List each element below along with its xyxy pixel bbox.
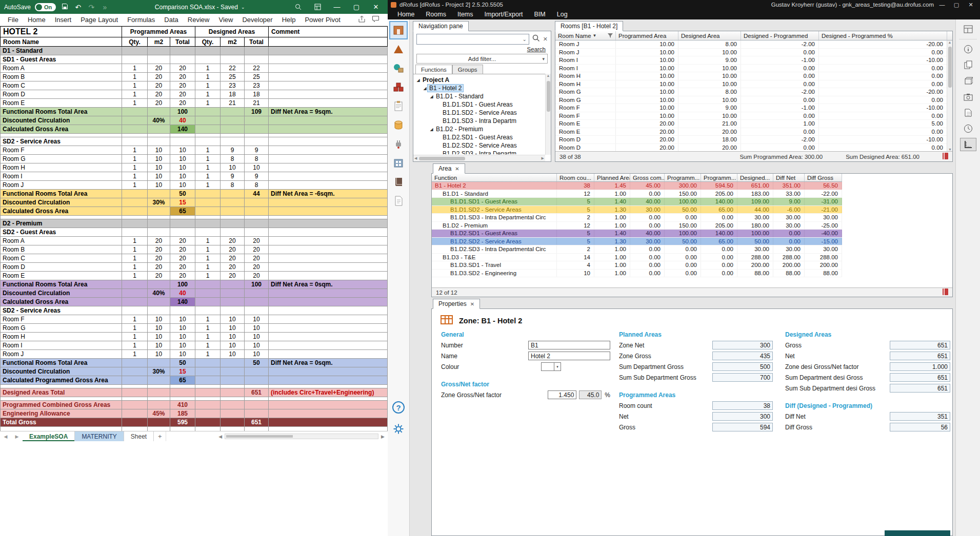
excel-row-functional-rooms-total-area[interactable]: Functional Rooms Total Area5050Diff Net …: [0, 359, 388, 367]
rooms-column-designed-programmed[interactable]: Designed - Programmed %: [819, 31, 947, 40]
excel-row-calculated-programmed-gross-area[interactable]: Calculated Programmed Gross Area65: [0, 376, 388, 385]
drofus-menu-rooms[interactable]: Rooms: [420, 10, 452, 19]
rooms-row[interactable]: Room E20.0021.001.005.00: [555, 120, 952, 128]
excel-row-functional-rooms-total-area[interactable]: Functional Rooms Total Area5044Diff Net …: [0, 190, 388, 198]
tab-rooms[interactable]: Rooms [B1 - Hotel 2]: [555, 21, 623, 31]
excel-row-room-j[interactable]: Room J1101011010: [0, 350, 388, 359]
area-row-b1-d1-standard[interactable]: B1.D1 - Standard121.000.00150.00205.0018…: [432, 190, 842, 198]
excel-row-room-f[interactable]: Room F1101011010: [0, 315, 388, 324]
excel-row-room-f[interactable]: Room F11010199: [0, 146, 388, 155]
undo-icon[interactable]: ↶: [73, 4, 83, 11]
area-row-b1-d1-sd2-service-areas[interactable]: B1.D1.SD2 - Service Areas51.3030.0050.00…: [432, 206, 842, 214]
rooms-column-designed-programmed[interactable]: Designed - Programmed: [741, 31, 819, 40]
rooms-row[interactable]: Room J10.0010.000.000.00: [555, 49, 952, 57]
excel-row-discounted-circulation[interactable]: Discounted Circulation30%15: [0, 367, 388, 376]
rooms-row[interactable]: Room J10.008.00-2.00-20.00: [555, 40, 952, 49]
qty-header[interactable]: Qty.: [122, 37, 148, 47]
menu-item-data[interactable]: Data: [159, 14, 183, 25]
history-clock-icon[interactable]: [961, 122, 976, 135]
drofus-menu-items[interactable]: Items: [452, 10, 479, 19]
comments-icon[interactable]: [372, 15, 379, 25]
menu-item-help[interactable]: Help: [277, 14, 301, 25]
area-row-b1-d1-sd3-intra-departmental-circ[interactable]: B1.D1.SD3 - Intra Departmental Circ21.00…: [432, 214, 842, 222]
excel-row-room-g[interactable]: Room G1101011010: [0, 324, 388, 333]
area-column-planned-area[interactable]: Planned Area...: [594, 174, 630, 181]
tree-expander-icon[interactable]: ◢: [429, 127, 434, 132]
menu-item-power-pivot[interactable]: Power Pivot: [300, 14, 345, 25]
tree-item-b1-d2-sd2-service-areas[interactable]: B1.D2.SD2 - Service Areas: [413, 141, 545, 150]
tab-area[interactable]: Area✕: [433, 163, 465, 174]
property-value-zone-gross[interactable]: 435: [712, 352, 773, 360]
excel-row-discounted-circulation[interactable]: Discounted Circulation40%40: [0, 116, 388, 125]
grossnet-percent-input[interactable]: 45.0: [579, 390, 602, 399]
menu-item-formulas[interactable]: Formulas: [123, 14, 159, 25]
rooms-row[interactable]: Room D20.0018.00-2.00-10.00: [555, 136, 952, 144]
property-value-sum-sub-department-desi-gross[interactable]: 651: [890, 384, 950, 393]
grossnet-factor-input[interactable]: 1.450: [548, 390, 576, 399]
property-value-sum-sub-department-gross[interactable]: 700: [712, 373, 773, 382]
number-input[interactable]: B1: [528, 341, 610, 349]
rooms-row[interactable]: Room F10.009.00-1.00-10.00: [555, 104, 952, 112]
horizontal-scrollbar[interactable]: [225, 434, 378, 439]
property-value-net[interactable]: 651: [890, 352, 950, 360]
excel-row-sd1-guest-areas[interactable]: SD1 - Guest Areas: [0, 55, 388, 64]
menu-item-insert[interactable]: Insert: [50, 14, 76, 25]
scrollbar-thumb[interactable]: [226, 435, 293, 438]
files-icon[interactable]: [961, 107, 976, 119]
area-column-diff-gross[interactable]: Diff Gross: [805, 174, 842, 181]
property-value-zone-desi-gross-net-factor[interactable]: 1.000: [890, 362, 950, 371]
tree-item-b1-d1-standard[interactable]: ◢B1.D1 - Standard: [413, 92, 545, 100]
nav-horizontal-scrollbar[interactable]: ◀▶: [413, 155, 545, 161]
excel-row-calculated-gross-area[interactable]: Calculated Gross Area65: [0, 207, 388, 216]
sheet-tab-maternity[interactable]: MATERNITY: [75, 431, 124, 441]
excel-row-room-b[interactable]: Room B1202012020: [0, 245, 388, 254]
area-column-function[interactable]: Function: [432, 174, 557, 181]
total-header[interactable]: Total: [170, 37, 195, 47]
excel-row[interactable]: [0, 134, 388, 137]
excel-row[interactable]: [0, 397, 388, 401]
excel-row-room-g[interactable]: Room G11010188: [0, 155, 388, 163]
tab-groups[interactable]: Groups: [452, 65, 483, 74]
property-value-diff-gross[interactable]: 56: [890, 423, 950, 431]
tab-functions[interactable]: Functions: [415, 65, 452, 74]
area-row-b1-d3-t-e[interactable]: B1.D3 - T&E141.000.000.000.00288.00288.0…: [432, 254, 842, 262]
tree-item-b1-d2-sd3-intra-departm[interactable]: B1.D2.SD3 - Intra Departm: [413, 150, 545, 154]
tree-expander-icon[interactable]: ◢: [429, 94, 434, 99]
tree-item-b1-d2-sd1-guest-areas[interactable]: B1.D2.SD1 - Guest Areas: [413, 133, 545, 141]
drofus-menu-bim[interactable]: BIM: [529, 10, 551, 19]
excel-row-room-e[interactable]: Room E1202012121: [0, 99, 388, 108]
drofus-menu-home[interactable]: Home: [392, 10, 420, 19]
area-row-b1-d3-sd2-engineering[interactable]: B1.D3.SD2 - Engineering101.000.000.000.0…: [432, 270, 842, 278]
excel-row-calculated-gross-area[interactable]: Calculated Gross Area140: [0, 298, 388, 306]
excel-row-room-c[interactable]: Room C1202012020: [0, 254, 388, 263]
menu-item-page-layout[interactable]: Page Layout: [76, 14, 123, 25]
room-name-header[interactable]: Room Name: [0, 37, 122, 47]
rooms-row[interactable]: Room H10.0010.000.000.00: [555, 80, 952, 89]
measure-icon[interactable]: [961, 138, 976, 151]
property-value-room-count[interactable]: 38: [712, 401, 773, 410]
rooms-module-icon[interactable]: [390, 22, 407, 38]
menu-item-home[interactable]: Home: [23, 14, 50, 25]
comment-subheader[interactable]: [269, 37, 388, 47]
excel-row-sd2-guest-areas[interactable]: SD2 - Guest Areas: [0, 228, 388, 237]
add-sheet-button[interactable]: +: [154, 431, 166, 441]
quick-access-overflow-icon[interactable]: »: [100, 4, 109, 11]
area-column-room-cou[interactable]: Room cou...: [557, 174, 594, 181]
settings-gear-icon[interactable]: [390, 421, 407, 437]
close-tab-icon[interactable]: ✕: [470, 301, 474, 307]
excel-row-room-d[interactable]: Room D1202011818: [0, 90, 388, 99]
search-magnifier-icon[interactable]: [532, 34, 540, 44]
connections-module-icon[interactable]: [390, 136, 407, 152]
share-icon[interactable]: [358, 15, 366, 25]
book-module-icon[interactable]: [390, 174, 407, 190]
tree-item-project-a[interactable]: ◢Project A: [413, 76, 545, 84]
property-value-sum-department-desi-gross[interactable]: 651: [890, 373, 950, 382]
tab-navigation-pane[interactable]: Navigation pane: [413, 21, 469, 31]
excel-row[interactable]: [0, 216, 388, 219]
excel-row-programmed-combined-gross-areas[interactable]: Programmed Combined Gross Areas410: [0, 401, 388, 409]
rooms-row[interactable]: Room H10.0010.000.000.00: [555, 72, 952, 80]
tree-item-b1-d2-premium[interactable]: ◢B1.D2 - Premium: [413, 125, 545, 133]
checklist-module-icon[interactable]: [390, 98, 407, 114]
colour-dropdown-icon[interactable]: ▾: [554, 362, 561, 371]
tree-item-b1-hotel-2[interactable]: ◢B1 - Hotel 2: [413, 84, 545, 92]
